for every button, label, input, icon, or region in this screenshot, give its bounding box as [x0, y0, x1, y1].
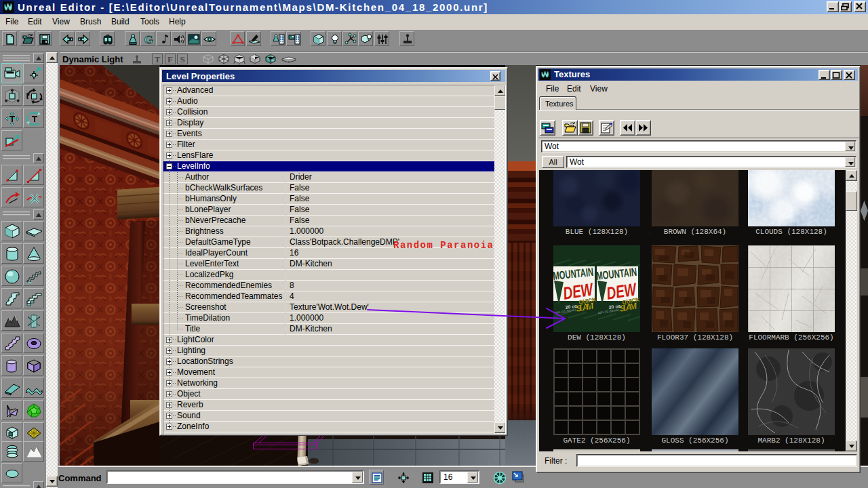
svg-text:G: G [144, 33, 153, 46]
